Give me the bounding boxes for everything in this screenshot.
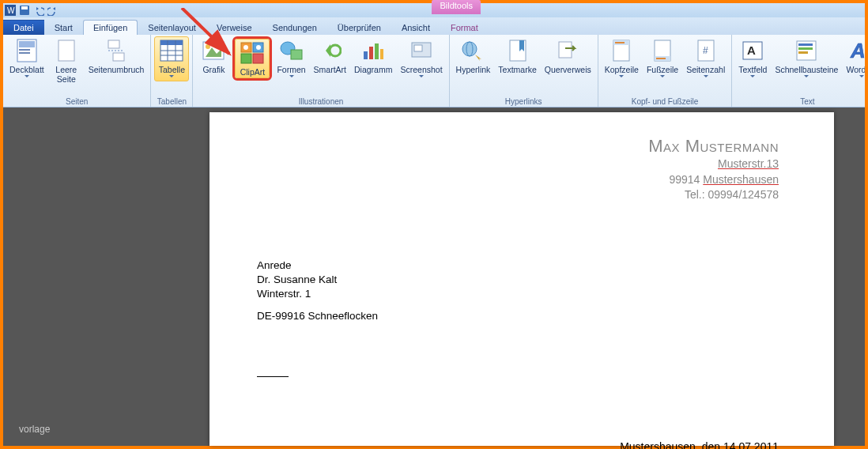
svg-text:#: # (703, 45, 708, 56)
crossref-icon (555, 38, 580, 63)
seitenumbruch-button[interactable]: Seitenumbruch (85, 36, 148, 76)
svg-text:A: A (747, 43, 756, 57)
page-break-icon (104, 38, 129, 63)
quickparts-icon (794, 38, 819, 63)
svg-rect-8 (58, 40, 74, 61)
shapes-icon (279, 38, 304, 63)
contextual-tab-caption: Bildtools (432, 0, 481, 14)
picture-icon (201, 38, 226, 63)
svg-rect-32 (380, 49, 383, 59)
textmarke-button[interactable]: Textmarke (495, 36, 539, 76)
sender-city: Mustershausen (703, 173, 779, 186)
header-icon (609, 38, 634, 63)
group-label-hyperlinks: Hyperlinks (453, 96, 594, 107)
smartart-button[interactable]: SmartArt (311, 36, 349, 76)
blank-page-icon (54, 38, 79, 63)
document-page[interactable]: Max Mustermann Musterstr.13 99914 Muster… (209, 112, 834, 446)
svg-rect-41 (615, 42, 625, 43)
tabelle-button[interactable]: Tabelle (154, 36, 189, 81)
footer-icon (650, 38, 675, 63)
seitenzahl-button[interactable]: # Seitenzahl (683, 36, 728, 81)
ribbon-tabs: Datei Start Einfügen Seitenlayout Verwei… (3, 17, 865, 35)
wordart-button[interactable]: A WordArt (843, 36, 868, 81)
svg-rect-9 (108, 40, 119, 48)
chart-icon (360, 38, 386, 63)
sender-block: Max Mustermann Musterstr.13 99914 Muster… (257, 136, 779, 203)
textfeld-button[interactable]: A Textfeld (735, 36, 770, 81)
fold-mark (257, 376, 289, 377)
group-label-kopffuss: Kopf- und Fußzeile (602, 96, 729, 107)
screenshot-button[interactable]: Screenshot (397, 36, 445, 81)
group-label-text: Text (735, 96, 868, 107)
svg-point-28 (330, 45, 341, 56)
watermark: vorlage (19, 424, 50, 435)
diagramm-button[interactable]: Diagramm (351, 36, 395, 76)
document-area: vorlage Max Mustermann Musterstr.13 9991… (3, 108, 865, 446)
group-text: A Textfeld Schnellbausteine A WordArt Te… (732, 35, 868, 107)
leere-seite-button[interactable]: Leere Seite (49, 36, 84, 85)
tab-format[interactable]: Format (440, 20, 489, 35)
svg-rect-5 (19, 41, 35, 47)
group-seiten: Deckblatt Leere Seite Seitenumbruch Seit… (3, 35, 151, 107)
dateline: Mustershausen, den 14.07.2011 (257, 440, 787, 449)
svg-rect-7 (19, 52, 30, 54)
sender-tel: Tel.: 09994/124578 (685, 188, 779, 201)
undo-icon[interactable] (33, 5, 44, 16)
svg-point-19 (206, 44, 210, 49)
svg-point-35 (462, 42, 477, 56)
svg-text:W: W (7, 6, 15, 15)
rcpt-street: Winterstr. 1 (257, 287, 787, 301)
tab-file[interactable]: Datei (3, 20, 44, 35)
svg-rect-22 (241, 54, 251, 63)
bookmark-icon (505, 38, 530, 63)
svg-rect-50 (798, 43, 813, 46)
svg-rect-23 (253, 54, 263, 63)
hyperlink-icon (460, 38, 485, 63)
kopfzeile-button[interactable]: Kopfzeile (602, 36, 642, 81)
svg-rect-30 (369, 47, 373, 59)
word-app-icon: W (5, 5, 16, 16)
svg-rect-38 (559, 42, 572, 58)
sender-street: Musterstr.13 (718, 157, 779, 170)
svg-rect-44 (656, 58, 666, 59)
clipart-button[interactable]: ClipArt (235, 39, 270, 78)
svg-text:A: A (850, 40, 866, 61)
deckblatt-button[interactable]: Deckblatt (6, 36, 47, 81)
schnellbausteine-button[interactable]: Schnellbausteine (772, 36, 841, 81)
tab-ansicht[interactable]: Ansicht (391, 20, 440, 35)
rcpt-city: DE-99916 Schneeflocken (257, 309, 787, 323)
pagenumber-icon: # (693, 38, 719, 63)
clipart-highlight: ClipArt (232, 36, 272, 81)
group-label-seiten: Seiten (6, 96, 147, 107)
svg-rect-34 (414, 45, 422, 51)
svg-rect-12 (160, 40, 183, 45)
formen-button[interactable]: Formen (274, 36, 308, 81)
svg-rect-6 (19, 49, 30, 51)
textbox-icon: A (740, 38, 765, 63)
tab-sendungen[interactable]: Sendungen (262, 20, 327, 35)
rcpt-anrede: Anrede (257, 258, 787, 273)
group-illustrationen: Grafik ClipArt Formen SmartArt Diagramm (193, 35, 449, 107)
group-label-illustrationen: Illustrationen (196, 96, 445, 107)
hyperlink-button[interactable]: Hyperlink (453, 36, 494, 76)
fusszeile-button[interactable]: Fußzeile (643, 36, 681, 81)
ribbon: Deckblatt Leere Seite Seitenumbruch Seit… (3, 35, 865, 108)
sender-name: Max Mustermann (257, 136, 779, 157)
recipient-block: Anrede Dr. Susanne Kalt Winterstr. 1 DE-… (257, 258, 787, 324)
redo-icon[interactable] (47, 5, 58, 16)
svg-rect-3 (21, 6, 28, 9)
tab-ueberpruefen[interactable]: Überprüfen (327, 20, 391, 35)
coverpage-icon (14, 38, 40, 63)
screenshot-icon (409, 38, 434, 63)
save-icon[interactable] (19, 5, 30, 16)
tab-start[interactable]: Start (44, 20, 83, 35)
tab-einfuegen[interactable]: Einfügen (83, 20, 138, 35)
group-tabellen: Tabelle Tabellen (151, 35, 193, 107)
grafik-button[interactable]: Grafik (196, 36, 231, 76)
querverweis-button[interactable]: Querverweis (542, 36, 594, 76)
svg-point-24 (243, 45, 248, 50)
svg-point-25 (256, 45, 261, 50)
svg-rect-10 (113, 53, 124, 61)
tab-verweise[interactable]: Verweise (206, 20, 262, 35)
tab-seitenlayout[interactable]: Seitenlayout (138, 20, 206, 35)
